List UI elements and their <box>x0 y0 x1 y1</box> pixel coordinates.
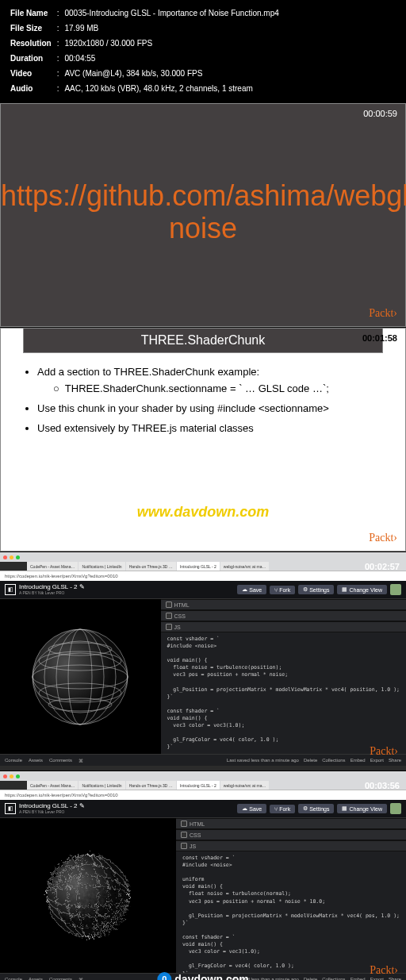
change-view-button[interactable]: ▦Change View <box>337 585 387 594</box>
minimize-icon[interactable] <box>10 555 13 559</box>
browser-tab[interactable]: CodePen - Asset Mana… <box>27 562 78 571</box>
fork-icon: ⑂ <box>274 806 278 812</box>
browser-tab-active[interactable]: Introducing GLSL - 2 <box>177 781 220 790</box>
comments-button[interactable]: Comments <box>49 977 72 980</box>
browser-tab[interactable]: webgl-noise/src at ma… <box>220 781 270 790</box>
cloud-icon: ☁ <box>242 586 247 593</box>
js-code[interactable]: const vshader = ` #include <noise> unifo… <box>176 851 406 973</box>
bullet-1-sub: ○ THREE.ShaderChunk.sectionname = ` … GL… <box>53 382 383 394</box>
close-icon[interactable] <box>3 555 7 559</box>
label-filename: File Name <box>10 6 55 20</box>
cloud-icon: ☁ <box>242 805 247 812</box>
change-view-button[interactable]: ▦Change View <box>337 804 387 813</box>
html-section-header[interactable]: HTML <box>161 599 407 610</box>
console-button[interactable]: Console <box>5 977 22 980</box>
save-button[interactable]: ☁Save <box>237 585 266 594</box>
browser-tab[interactable]: CodePen - Asset Mana… <box>27 781 78 790</box>
bullet-3: Used extensively by THREE.js material cl… <box>37 422 383 434</box>
gear-icon <box>181 843 187 849</box>
css-section-header[interactable]: CSS <box>161 610 407 621</box>
window-controls <box>0 771 406 781</box>
browser-tabs: CodePen - Asset Mana… Notifications | Li… <box>27 781 406 790</box>
editor-pane: HTML CSS JS const vshader = ` #include <… <box>176 818 406 973</box>
shortcuts-button[interactable]: ⌘ <box>79 977 83 981</box>
bullet-2: Use this chunk in your shader by using #… <box>37 402 383 414</box>
js-section-header[interactable]: JS <box>161 621 407 632</box>
maximize-icon[interactable] <box>16 555 20 559</box>
codepen-toolbar: ◧ Introducing GLSL - 2 ✎ A PEN BY Nik Le… <box>0 581 406 599</box>
user-avatar[interactable] <box>390 803 401 814</box>
delete-button[interactable]: Delete <box>304 758 317 763</box>
url-bar[interactable]: https://codepen.io/nik-lever/pen/XmsVg?e… <box>0 571 406 581</box>
js-code[interactable]: const vshader = ` #include <noise> void … <box>161 632 407 754</box>
saved-status: Last saved less than a minute ago <box>227 758 299 763</box>
slide-title: THREE.ShaderChunk <box>23 328 383 353</box>
browser-tab[interactable]: Notifications | LinkedIn <box>79 562 124 571</box>
settings-button[interactable]: ⚙Settings <box>298 585 334 594</box>
assets-button[interactable]: Assets <box>29 758 43 763</box>
layout-icon: ▦ <box>342 805 347 812</box>
slide-shaderchunk: 00:01:58 THREE.ShaderChunk Add a section… <box>0 328 406 551</box>
url-bar[interactable]: https://codepen.io/nik-lever/pen/XmsVg?e… <box>0 790 406 800</box>
pencil-icon[interactable]: ✎ <box>79 583 85 590</box>
export-button[interactable]: Export <box>370 977 384 980</box>
fork-button[interactable]: ⑂Fork <box>270 586 295 594</box>
svg-point-0 <box>33 629 128 724</box>
browser-tab[interactable]: Hands-on Three.js 3D … <box>126 781 176 790</box>
pencil-icon[interactable]: ✎ <box>79 802 85 809</box>
save-button[interactable]: ☁Save <box>237 804 266 813</box>
gear-icon <box>166 601 172 608</box>
gear-icon <box>181 821 187 827</box>
browser-tab[interactable]: Hands-on Three.js 3D … <box>126 562 176 571</box>
fork-button[interactable]: ⑂Fork <box>270 805 295 813</box>
delete-button[interactable]: Delete <box>304 977 317 980</box>
comments-button[interactable]: Comments <box>49 758 72 763</box>
browser-tabs: CodePen - Asset Mana… Notifications | Li… <box>27 562 406 571</box>
shortcuts-button[interactable]: ⌘ <box>79 758 83 763</box>
codepen-screenshot-2: 00:03:56 CodePen - Asset Mana… Notificat… <box>0 771 406 980</box>
fork-icon: ⑂ <box>274 587 278 593</box>
file-metadata: File Name:00035-Introducing GLSL - Impor… <box>0 0 406 102</box>
settings-button[interactable]: ⚙Settings <box>298 804 334 813</box>
watermark: 0 davdown.com <box>157 972 248 980</box>
value-duration: 00:04:55 <box>63 52 279 65</box>
html-section-header[interactable]: HTML <box>176 818 406 829</box>
layout-icon: ▦ <box>342 586 347 593</box>
editor-pane: HTML CSS JS const vshader = ` #include <… <box>161 599 407 754</box>
value-resolution: 1920x1080 / 30.000 FPS <box>63 37 279 50</box>
minimize-icon[interactable] <box>10 774 13 778</box>
browser-tab-active[interactable]: Introducing GLSL - 2 <box>177 562 220 571</box>
codepen-screenshot-1: 00:02:57 CodePen - Asset Mana… Notificat… <box>0 552 406 771</box>
user-avatar[interactable] <box>390 584 401 595</box>
packt-logo: Packt› <box>369 532 397 544</box>
assets-button[interactable]: Assets <box>29 977 43 980</box>
github-link-text: https://github.com/ashima/webgl-noise <box>1 179 405 245</box>
label-audio: Audio <box>10 82 55 95</box>
label-filesize: File Size <box>10 21 55 35</box>
label-duration: Duration <box>10 52 55 65</box>
browser-tab[interactable]: webgl-noise/src at ma… <box>220 562 270 571</box>
js-section-header[interactable]: JS <box>176 840 406 851</box>
css-section-header[interactable]: CSS <box>176 829 406 840</box>
preview-pane[interactable] <box>0 599 161 754</box>
codepen-toolbar: ◧ Introducing GLSL - 2 ✎ A PEN BY Nik Le… <box>0 800 406 818</box>
embed-button[interactable]: Embed <box>350 977 366 980</box>
share-button[interactable]: Share <box>389 977 401 980</box>
maximize-icon[interactable] <box>16 774 20 778</box>
share-button[interactable]: Share <box>389 758 401 763</box>
console-button[interactable]: Console <box>5 758 22 763</box>
codepen-logo-icon[interactable]: ◧ <box>5 584 16 595</box>
embed-button[interactable]: Embed <box>350 758 366 763</box>
collections-button[interactable]: Collections <box>322 977 345 980</box>
label-resolution: Resolution <box>10 37 55 50</box>
pen-author: A PEN BY Nik Lever PRO <box>19 591 234 596</box>
preview-pane[interactable] <box>0 818 176 973</box>
pen-author: A PEN BY Nik Lever PRO <box>19 810 234 815</box>
close-icon[interactable] <box>3 774 7 778</box>
browser-tab[interactable]: Notifications | LinkedIn <box>79 781 124 790</box>
codepen-logo-icon[interactable]: ◧ <box>5 803 16 814</box>
value-video: AVC (Main@L4), 384 kb/s, 30.000 FPS <box>63 67 279 80</box>
collections-button[interactable]: Collections <box>322 758 345 763</box>
export-button[interactable]: Export <box>370 758 384 763</box>
slide-noise-link: 00:00:59 https://github.com/ashima/webgl… <box>0 103 406 327</box>
